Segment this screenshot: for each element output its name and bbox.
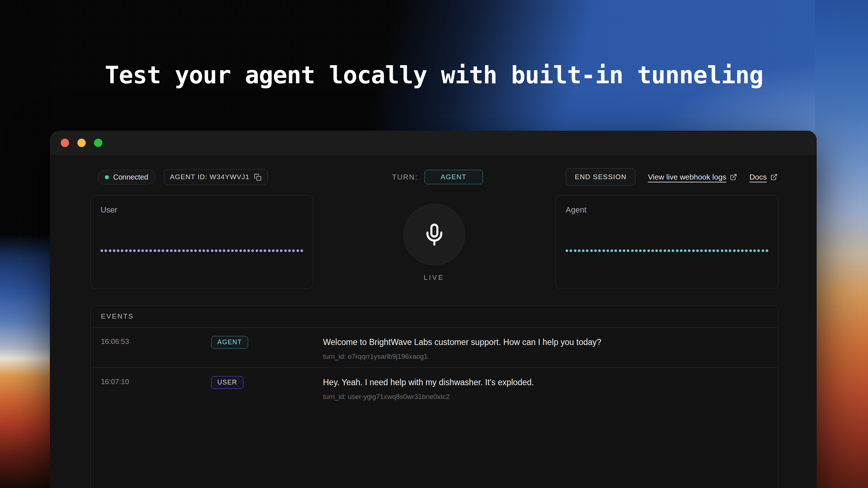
turn-indicator: TURN: AGENT	[392, 170, 483, 184]
user-waveform	[101, 249, 303, 252]
connection-status-badge: Connected	[97, 170, 156, 185]
window-titlebar	[50, 131, 817, 155]
webhook-logs-link[interactable]: View live webhook logs	[648, 173, 737, 181]
event-message: Welcome to BrightWave Labs customer supp…	[323, 337, 756, 348]
event-timestamp: 16:06:53	[101, 337, 129, 346]
copy-icon[interactable]	[254, 173, 261, 181]
webhook-logs-link-label: View live webhook logs	[648, 173, 726, 181]
docs-link[interactable]: Docs	[749, 173, 778, 181]
docs-link-label: Docs	[749, 173, 767, 181]
agent-waveform	[566, 249, 768, 252]
external-link-icon	[770, 173, 778, 181]
toolbar-right-group: END SESSION View live webhook logs Docs	[566, 168, 778, 186]
connection-status-label: Connected	[113, 173, 148, 181]
minimize-window-button[interactable]	[77, 139, 86, 147]
event-row: 16:06:53 AGENT Welcome to BrightWave Lab…	[91, 328, 778, 367]
agent-panel-label: Agent	[566, 205, 587, 215]
end-session-button[interactable]: END SESSION	[566, 168, 635, 186]
external-link-icon	[730, 173, 737, 181]
zoom-window-button[interactable]	[94, 139, 102, 147]
event-speaker-badge: AGENT	[211, 336, 248, 349]
microphone-icon	[422, 223, 446, 247]
user-audio-panel: User	[90, 195, 313, 289]
event-turn-id: turn_id: user-ygig71xwq8s0wr31bne0xtc2	[323, 393, 756, 401]
session-toolbar: Connected AGENT ID: W34YWVJ1 TURN: AGENT…	[97, 169, 778, 185]
event-row: 16:07:10 USER Hey. Yeah. I need help wit…	[91, 367, 778, 408]
event-turn-id: turn_id: o7rqqrr1ysarlb9j196xaog1	[323, 353, 756, 361]
events-header: EVENTS	[91, 306, 778, 328]
events-panel: EVENTS 16:06:53 AGENT Welcome to BrightW…	[90, 305, 778, 488]
app-window: Connected AGENT ID: W34YWVJ1 TURN: AGENT…	[50, 131, 817, 488]
live-status-label: LIVE	[404, 274, 464, 282]
toolbar-left-group: Connected AGENT ID: W34YWVJ1	[97, 169, 268, 185]
close-window-button[interactable]	[61, 139, 69, 147]
events-list: 16:06:53 AGENT Welcome to BrightWave Lab…	[91, 328, 778, 408]
turn-label: TURN:	[392, 173, 418, 181]
status-dot-icon	[105, 175, 109, 179]
user-panel-label: User	[101, 205, 117, 215]
page-title: Test your agent locally with built-in tu…	[0, 62, 868, 89]
event-speaker-badge: USER	[211, 376, 243, 389]
event-timestamp: 16:07:10	[101, 378, 129, 386]
agent-id-label: AGENT ID: W34YWVJ1	[170, 173, 250, 181]
agent-id-chip[interactable]: AGENT ID: W34YWVJ1	[164, 169, 268, 185]
event-message: Hey. Yeah. I need help with my dishwashe…	[323, 377, 756, 388]
turn-value-badge: AGENT	[424, 170, 483, 184]
microphone-button[interactable]	[404, 204, 465, 265]
agent-audio-panel: Agent	[556, 195, 778, 289]
